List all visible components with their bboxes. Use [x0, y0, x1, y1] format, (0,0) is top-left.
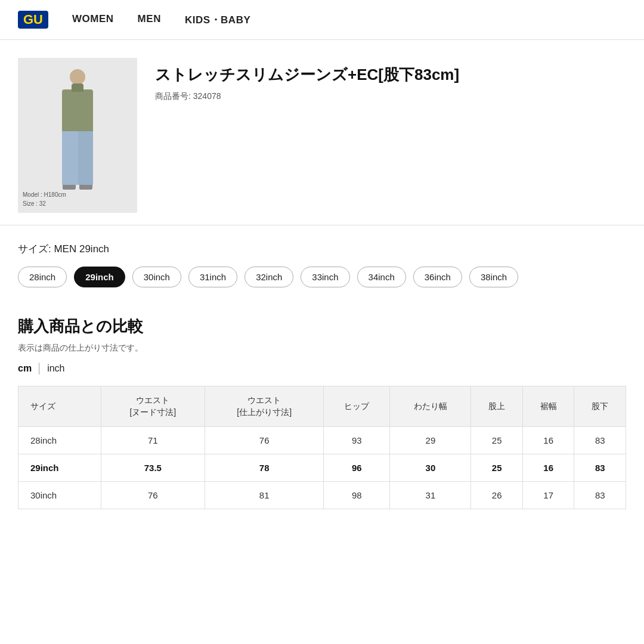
- comparison-section: 購入商品との比較 表示は商品の仕上がり寸法です。 cm │ inch サイズ ウ…: [0, 299, 644, 521]
- size-31inch[interactable]: 31inch: [188, 267, 237, 287]
- td-rise-29: 25: [471, 454, 523, 482]
- td-size-30: 30inch: [18, 482, 101, 509]
- td-hip-30: 98: [324, 482, 390, 509]
- td-thigh-28: 29: [390, 427, 471, 454]
- size-36inch[interactable]: 36inch: [413, 267, 462, 287]
- td-waist-finish-29: 78: [205, 454, 324, 482]
- td-waist-finish-28: 76: [205, 427, 324, 454]
- model-info: Model : H180cm Size : 32: [23, 190, 66, 208]
- td-inseam-28: 83: [574, 427, 626, 454]
- product-image: Model : H180cm Size : 32: [18, 58, 137, 213]
- td-inseam-29: 83: [574, 454, 626, 482]
- size-34inch[interactable]: 34inch: [357, 267, 406, 287]
- th-size: サイズ: [18, 386, 101, 427]
- th-rise: 股上: [471, 386, 523, 427]
- td-rise-28: 25: [471, 427, 523, 454]
- size-28inch[interactable]: 28inch: [18, 267, 67, 287]
- td-rise-30: 26: [471, 482, 523, 509]
- comparison-title: 購入商品との比較: [18, 316, 626, 337]
- td-size-29: 29inch: [18, 454, 101, 482]
- th-waist-finish: ウエスト[仕上がり寸法]: [205, 386, 324, 427]
- table-row-highlight: 29inch 73.5 78 96 30 25 16 83: [18, 454, 626, 482]
- td-waist-nude-28: 71: [101, 427, 205, 454]
- size-30inch[interactable]: 30inch: [132, 267, 181, 287]
- table-row: 30inch 76 81 98 31 26 17 83: [18, 482, 626, 509]
- size-32inch[interactable]: 32inch: [244, 267, 293, 287]
- size-section: サイズ: MEN 29inch 28inch 29inch 30inch 31i…: [0, 225, 644, 299]
- product-title: ストレッチスリムジーンズ+EC[股下83cm]: [155, 64, 626, 85]
- size-table: サイズ ウエスト[ヌード寸法] ウエスト[仕上がり寸法] ヒップ わたり幅 股上…: [18, 386, 626, 509]
- unit-inch-button[interactable]: inch: [47, 363, 69, 374]
- td-thigh-30: 31: [390, 482, 471, 509]
- th-hip: ヒップ: [324, 386, 390, 427]
- size-label: サイズ: MEN 29inch: [18, 242, 626, 256]
- th-inseam: 股下: [574, 386, 626, 427]
- nav-item-kids[interactable]: KIDS・BABY: [185, 13, 250, 27]
- table-header-row: サイズ ウエスト[ヌード寸法] ウエスト[仕上がり寸法] ヒップ わたり幅 股上…: [18, 386, 626, 427]
- gu-logo[interactable]: GU: [18, 11, 48, 29]
- td-waist-nude-30: 76: [101, 482, 205, 509]
- th-thigh: わたり幅: [390, 386, 471, 427]
- product-number: 商品番号: 324078: [155, 91, 626, 102]
- td-inseam-30: 83: [574, 482, 626, 509]
- comparison-subtitle: 表示は商品の仕上がり寸法です。: [18, 343, 626, 354]
- td-hip-28: 93: [324, 427, 390, 454]
- product-info: ストレッチスリムジーンズ+EC[股下83cm] 商品番号: 324078: [155, 58, 626, 102]
- unit-switcher: cm │ inch: [18, 363, 626, 374]
- td-size-28: 28inch: [18, 427, 101, 454]
- table-row: 28inch 71 76 93 29 25 16 83: [18, 427, 626, 454]
- td-thigh-29: 30: [390, 454, 471, 482]
- th-hem: 裾幅: [522, 386, 574, 427]
- td-waist-finish-30: 81: [205, 482, 324, 509]
- td-hip-29: 96: [324, 454, 390, 482]
- main-nav: WOMEN MEN KIDS・BABY: [72, 13, 250, 27]
- product-section: Model : H180cm Size : 32 ストレッチスリムジーンズ+EC…: [0, 40, 644, 225]
- td-hem-28: 16: [522, 427, 574, 454]
- size-options: 28inch 29inch 30inch 31inch 32inch 33inc…: [18, 267, 626, 287]
- td-hem-30: 17: [522, 482, 574, 509]
- header: GU WOMEN MEN KIDS・BABY: [0, 0, 644, 40]
- nav-item-men[interactable]: MEN: [138, 13, 161, 27]
- size-33inch[interactable]: 33inch: [301, 267, 349, 287]
- unit-cm-button[interactable]: cm: [18, 363, 36, 374]
- size-29inch[interactable]: 29inch: [74, 267, 125, 287]
- td-waist-nude-29: 73.5: [101, 454, 205, 482]
- unit-divider: │: [36, 363, 42, 374]
- td-hem-29: 16: [522, 454, 574, 482]
- size-38inch[interactable]: 38inch: [469, 267, 518, 287]
- nav-item-women[interactable]: WOMEN: [72, 13, 114, 27]
- th-waist-nude: ウエスト[ヌード寸法]: [101, 386, 205, 427]
